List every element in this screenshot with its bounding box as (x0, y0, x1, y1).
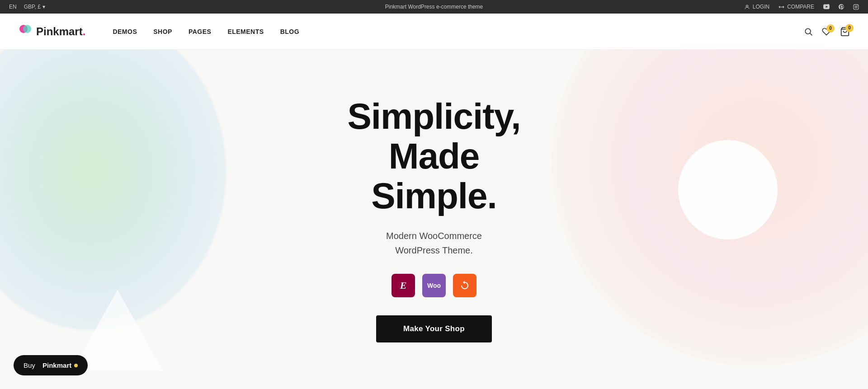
svg-point-7 (805, 28, 811, 34)
svg-rect-2 (854, 5, 859, 9)
buy-pinkmart-button[interactable]: Buy Pinkmart (14, 355, 88, 375)
top-bar: EN GBP, £ ▾ Pinkmart WordPress e-commerc… (0, 0, 868, 14)
search-button[interactable] (804, 27, 813, 36)
buy-brand-label: Pinkmart (42, 361, 71, 369)
nav-pages[interactable]: PAGES (189, 28, 211, 35)
svg-point-3 (855, 6, 857, 8)
cart-button[interactable]: 0 (840, 27, 850, 37)
logo[interactable]: Pinkmart. (18, 24, 85, 39)
svg-line-8 (810, 33, 812, 35)
hero-content: Simplicity, Made Simple. Modern WooComme… (276, 97, 592, 342)
nav-blog[interactable]: BLOG (280, 28, 299, 35)
hero-plugin-icons: E Woo (276, 274, 592, 297)
currency-selector[interactable]: GBP, £ ▾ (24, 4, 45, 10)
login-link[interactable]: LOGIN (744, 4, 769, 10)
refresh-icon (459, 280, 470, 291)
cart-badge: 0 (845, 24, 854, 32)
instagram-link[interactable] (853, 4, 859, 10)
woocommerce-icon: Woo (422, 274, 446, 297)
pinterest-icon (839, 4, 844, 10)
user-icon (744, 4, 750, 10)
hero-title: Simplicity, Made Simple. (276, 97, 592, 216)
navbar: Pinkmart. DEMOS SHOP PAGES ELEMENTS BLOG… (0, 14, 868, 50)
youtube-icon (823, 4, 830, 9)
logo-text: Pinkmart. (36, 25, 85, 38)
elementor-icon: E (392, 274, 415, 297)
slider-icon (453, 274, 476, 297)
wishlist-button[interactable]: 0 (822, 27, 831, 36)
logo-icon (18, 24, 33, 39)
youtube-link[interactable] (823, 4, 830, 9)
make-your-shop-button[interactable]: Make Your Shop (376, 315, 492, 342)
elementor-label: E (400, 280, 407, 291)
woo-label: Woo (427, 282, 441, 289)
hero-section: Simplicity, Made Simple. Modern WooComme… (0, 50, 868, 389)
wishlist-badge: 0 (826, 24, 835, 33)
language-selector[interactable]: EN (9, 4, 17, 10)
top-bar-tagline: Pinkmart WordPress e-commerce theme (385, 4, 483, 10)
search-icon (804, 27, 813, 36)
nav-right: 0 0 (804, 27, 850, 37)
bg-right-circle (678, 140, 778, 239)
svg-point-0 (746, 5, 748, 7)
nav-links: DEMOS SHOP PAGES ELEMENTS BLOG (113, 28, 299, 35)
compare-icon (778, 4, 784, 10)
nav-demos[interactable]: DEMOS (113, 28, 137, 35)
nav-elements[interactable]: ELEMENTS (227, 28, 264, 35)
bg-left-blob (0, 50, 226, 330)
compare-link[interactable]: COMPARE (778, 4, 814, 10)
svg-point-4 (857, 5, 858, 5)
hero-subtitle: Modern WooCommerce WordPress Theme. (276, 229, 592, 258)
instagram-icon (853, 4, 859, 10)
pinterest-link[interactable] (839, 4, 844, 10)
buy-button-dot (74, 364, 78, 367)
svg-point-6 (23, 25, 31, 33)
nav-shop[interactable]: SHOP (153, 28, 172, 35)
bg-triangle (72, 290, 163, 371)
